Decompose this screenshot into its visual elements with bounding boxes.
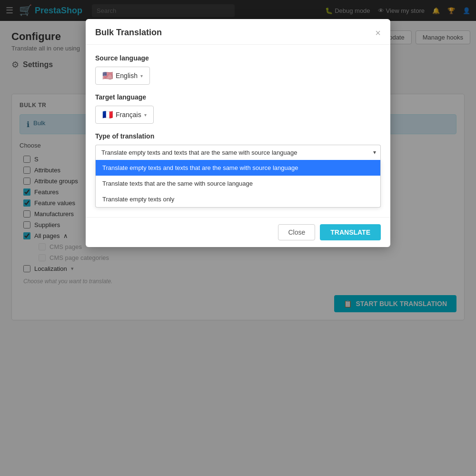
- target-language-label: Target language: [95, 93, 381, 101]
- target-language-arrow-icon: ▾: [144, 112, 147, 118]
- dropdown-option-2[interactable]: Translate texts that are the same with s…: [96, 176, 380, 191]
- modal-footer: Close TRANSLATE: [86, 217, 390, 247]
- modal-overlay: Bulk Translation × Source language 🇺🇸 En…: [0, 0, 476, 476]
- modal-title: Bulk Translation: [95, 28, 162, 38]
- close-modal-button[interactable]: Close: [278, 224, 315, 240]
- source-language-dropdown[interactable]: 🇺🇸 English ▾: [95, 67, 150, 85]
- translate-button[interactable]: TRANSLATE: [320, 224, 381, 240]
- modal-header: Bulk Translation ×: [86, 19, 390, 45]
- source-language-label: Source language: [95, 54, 381, 62]
- dropdown-option-3[interactable]: Translate empty texts only: [96, 191, 380, 207]
- translation-type-select[interactable]: Translate empty texts and texts that are…: [95, 145, 381, 160]
- target-language-dropdown[interactable]: 🇫🇷 Français ▾: [95, 106, 154, 124]
- source-language-flag: 🇺🇸: [102, 70, 113, 81]
- translation-type-select-wrapper: Translate empty texts and texts that are…: [95, 145, 381, 160]
- target-language-name: Français: [116, 111, 141, 119]
- bulk-translation-modal: Bulk Translation × Source language 🇺🇸 En…: [86, 19, 390, 247]
- modal-close-button[interactable]: ×: [375, 28, 381, 38]
- source-language-name: English: [116, 72, 138, 79]
- modal-body: Source language 🇺🇸 English ▾ Target lang…: [86, 45, 390, 217]
- source-language-arrow-icon: ▾: [140, 73, 143, 79]
- translation-type-label: Type of translation: [95, 132, 381, 140]
- dropdown-option-1[interactable]: Translate empty texts and texts that are…: [96, 160, 380, 176]
- translation-type-dropdown: Translate empty texts and texts that are…: [95, 160, 381, 208]
- target-language-flag: 🇫🇷: [102, 109, 113, 120]
